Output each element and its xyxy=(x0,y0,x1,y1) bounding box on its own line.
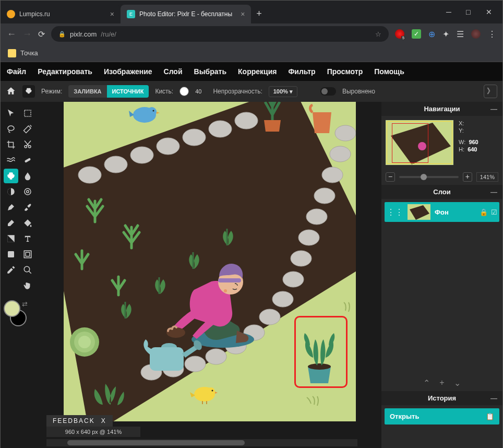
close-button[interactable]: ✕ xyxy=(486,8,492,16)
close-icon[interactable]: × xyxy=(241,10,245,18)
sponge-tool[interactable] xyxy=(20,184,35,199)
back-button[interactable]: ← xyxy=(7,29,16,40)
hand-tool[interactable] xyxy=(20,278,35,293)
menu-button[interactable]: ⋮ xyxy=(488,29,496,39)
menu-view[interactable]: Просмотр xyxy=(327,67,363,76)
blur-tool[interactable] xyxy=(20,169,35,183)
profile-avatar[interactable] xyxy=(471,29,481,39)
url-path: /ru/e/ xyxy=(101,30,116,38)
liquify-tool[interactable] xyxy=(4,153,18,168)
home-button[interactable] xyxy=(6,86,16,97)
toolbox: ⇄ xyxy=(1,102,38,448)
menu-file[interactable]: Файл xyxy=(7,67,26,76)
color-swatches[interactable]: ⇄ xyxy=(4,300,30,326)
collapse-icon[interactable]: — xyxy=(490,105,497,113)
svg-point-22 xyxy=(335,125,356,141)
collapse-icon[interactable]: — xyxy=(490,394,497,402)
clone-tool[interactable] xyxy=(4,169,18,183)
menu-adjust[interactable]: Коррекция xyxy=(238,67,277,76)
mode-source[interactable]: ИСТОЧНИК xyxy=(107,85,149,98)
browser-tab[interactable]: Lumpics.ru × xyxy=(1,5,121,23)
extension-icon[interactable]: 5 xyxy=(395,29,404,39)
panel-header-history[interactable]: История — xyxy=(381,391,502,405)
status-bar: 960 x 640 px @ 141% xyxy=(46,427,140,437)
reading-list-icon[interactable]: ☰ xyxy=(457,29,464,39)
foreground-color[interactable] xyxy=(4,300,20,317)
layer-item[interactable]: ⋮⋮ Фон 🔒 ☑ xyxy=(385,202,499,222)
panel-header-layers[interactable]: Слои — xyxy=(381,185,502,199)
svg-point-31 xyxy=(259,309,280,325)
layer-down-button[interactable]: ⌄ xyxy=(454,378,461,388)
menu-filter[interactable]: Фильтр xyxy=(288,67,315,76)
swap-colors-icon[interactable]: ⇄ xyxy=(22,300,28,308)
history-item[interactable]: Открыть 📋 xyxy=(385,408,499,425)
cut-tool[interactable] xyxy=(20,137,35,152)
new-tab-button[interactable]: + xyxy=(251,4,267,23)
reload-button[interactable]: ⟳ xyxy=(38,29,45,39)
panel-toggle-button[interactable]: 》 xyxy=(484,85,497,98)
menu-select[interactable]: Выбрать xyxy=(194,67,227,76)
zoom-tool[interactable] xyxy=(20,263,35,277)
options-bar: Режим: ЗАЛИВКА ИСТОЧНИК Кисть: 40 Непроз… xyxy=(1,81,502,102)
opacity-value[interactable]: 100% ▾ xyxy=(269,86,297,97)
gradient-tool[interactable] xyxy=(4,231,18,246)
extension-icon[interactable]: ✓ xyxy=(412,29,421,39)
lasso-tool[interactable] xyxy=(4,122,18,136)
shape-tool[interactable] xyxy=(4,247,18,262)
dodge-tool[interactable] xyxy=(4,184,18,199)
brush-preview[interactable] xyxy=(179,87,189,96)
canvas[interactable] xyxy=(64,102,356,421)
feedback-label: FEEDBACK xyxy=(53,417,95,425)
crop-tool[interactable] xyxy=(4,137,18,152)
zoom-value[interactable]: 141% xyxy=(476,172,498,182)
drag-handle-icon[interactable]: ⋮⋮ xyxy=(387,207,403,217)
eyedropper-tool[interactable] xyxy=(4,263,18,277)
panel-header-navigation[interactable]: Навигации — xyxy=(381,102,502,116)
browser-tab[interactable]: E Photo Editor: Pixlr E - бесплатны × xyxy=(121,5,251,23)
feedback-widget[interactable]: FEEDBACK X xyxy=(46,415,113,427)
clipboard-icon: 📋 xyxy=(486,412,494,420)
svg-point-15 xyxy=(78,167,101,183)
wand-tool[interactable] xyxy=(20,122,35,136)
bookmark-item[interactable]: Точка xyxy=(20,49,38,57)
svg-point-27 xyxy=(298,230,319,245)
heal-tool[interactable] xyxy=(20,153,35,168)
maximize-button[interactable]: □ xyxy=(466,8,472,16)
pen-tool[interactable] xyxy=(4,200,18,215)
zoom-in-button[interactable]: + xyxy=(463,172,472,182)
add-layer-button[interactable]: + xyxy=(439,378,444,388)
horizontal-scrollbar[interactable] xyxy=(46,439,357,446)
close-icon[interactable]: × xyxy=(110,10,114,18)
menu-help[interactable]: Помощь xyxy=(374,67,404,76)
zoom-slider[interactable] xyxy=(399,176,459,178)
lock-icon[interactable]: 🔒 xyxy=(480,208,488,216)
visibility-icon[interactable]: ☑ xyxy=(491,208,497,216)
fill-tool[interactable] xyxy=(20,216,35,230)
zoom-out-button[interactable]: − xyxy=(386,172,395,182)
url-field[interactable]: 🔒 pixlr.com/ru/e/ ☆ xyxy=(51,26,389,42)
mode-toggle[interactable]: ЗАЛИВКА ИСТОЧНИК xyxy=(68,85,149,98)
text-tool[interactable] xyxy=(20,231,35,246)
menu-layer[interactable]: Слой xyxy=(164,67,183,76)
aligned-switch[interactable] xyxy=(320,87,336,96)
extension-icon[interactable]: ⊕ xyxy=(428,29,435,39)
brush-tool[interactable] xyxy=(20,200,35,215)
extensions-button[interactable]: ✦ xyxy=(442,29,449,39)
menu-edit[interactable]: Редактировать xyxy=(38,67,92,76)
star-icon[interactable]: ☆ xyxy=(375,30,381,38)
forward-button[interactable]: → xyxy=(22,29,32,40)
mode-fill[interactable]: ЗАЛИВКА xyxy=(68,85,106,98)
frame-tool[interactable] xyxy=(20,247,35,262)
tab-favicon: E xyxy=(127,10,135,18)
arrow-tool[interactable] xyxy=(4,106,18,121)
menu-image[interactable]: Изображение xyxy=(104,67,152,76)
feedback-close[interactable]: X xyxy=(101,417,106,425)
marquee-tool[interactable] xyxy=(20,106,35,121)
collapse-icon[interactable]: — xyxy=(490,188,497,196)
svg-point-29 xyxy=(283,272,304,287)
svg-point-19 xyxy=(183,129,206,146)
navigator-thumbnail[interactable] xyxy=(386,120,453,165)
eraser-tool[interactable] xyxy=(4,216,18,230)
minimize-button[interactable]: ─ xyxy=(446,8,452,16)
layer-up-button[interactable]: ⌃ xyxy=(423,378,430,388)
